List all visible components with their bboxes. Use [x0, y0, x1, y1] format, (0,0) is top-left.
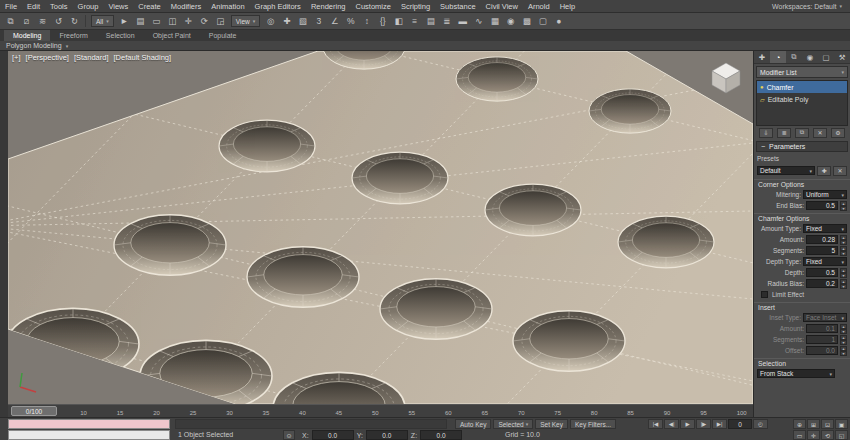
align-icon[interactable]: ≡: [407, 14, 422, 28]
pin-stack-button[interactable]: ⇩: [759, 128, 773, 138]
tab-object-paint[interactable]: Object Paint: [144, 30, 200, 41]
end-bias-input[interactable]: 0.5: [806, 201, 838, 210]
y-coordinate-input[interactable]: 0.0: [366, 430, 408, 440]
next-frame-button[interactable]: |▶: [696, 419, 711, 429]
depth-input[interactable]: 0.5: [806, 268, 838, 277]
spinner-snap-icon[interactable]: ↕: [359, 14, 374, 28]
segments-spinner[interactable]: ▲▼: [840, 246, 847, 256]
timeline-tick-label[interactable]: 30: [226, 410, 233, 416]
window-crossing-icon[interactable]: ◫: [165, 14, 180, 28]
menu-rendering[interactable]: Rendering: [306, 0, 351, 13]
menu-group[interactable]: Group: [73, 0, 104, 13]
modifier-list-dropdown[interactable]: Modifier List ▾: [756, 66, 848, 78]
pan-icon[interactable]: ✛: [807, 430, 820, 440]
orbit-icon[interactable]: ⟲: [821, 430, 834, 440]
macro-recorder-field[interactable]: [8, 419, 170, 429]
depth-type-dropdown[interactable]: Fixed▾: [803, 257, 847, 266]
set-key-button[interactable]: Set Key: [535, 419, 568, 429]
depth-spinner[interactable]: ▲▼: [840, 268, 847, 278]
viewport-shading-menu[interactable]: [Default Shading]: [114, 53, 172, 62]
modifier-enable-icon[interactable]: ●: [760, 84, 764, 90]
selection-lock-toggle[interactable]: ⊙: [283, 430, 295, 440]
selection-filter-dropdown[interactable]: All▾: [91, 15, 114, 27]
configure-modifier-sets-button[interactable]: ⚙: [831, 128, 845, 138]
time-configuration-button[interactable]: ◴: [753, 419, 768, 429]
spinner-down-icon[interactable]: ▼: [840, 251, 847, 256]
end-bias-spinner[interactable]: ▲▼: [840, 201, 847, 211]
amount-spinner[interactable]: ▲▼: [840, 235, 847, 245]
timeline-tick-label[interactable]: 20: [153, 410, 160, 416]
tab-motion[interactable]: ◉: [802, 51, 818, 63]
use-pivot-center-icon[interactable]: ◎: [263, 14, 278, 28]
tab-selection[interactable]: Selection: [97, 30, 144, 41]
timeline-tick-label[interactable]: 75: [554, 410, 561, 416]
amount-input[interactable]: 0.28: [806, 235, 838, 244]
go-to-start-button[interactable]: |◀: [648, 419, 663, 429]
tab-populate[interactable]: Populate: [200, 30, 246, 41]
modifier-stack-row[interactable]: ▱ Editable Poly: [757, 93, 847, 105]
timeline-tick-label[interactable]: 100: [737, 410, 747, 416]
menu-create[interactable]: Create: [133, 0, 166, 13]
render-production-icon[interactable]: ●: [551, 14, 566, 28]
menu-help[interactable]: Help: [555, 0, 580, 13]
tab-freeform[interactable]: Freeform: [50, 30, 96, 41]
viewport-pov-menu[interactable]: [Perspective]: [26, 53, 69, 62]
timeline-tick-label[interactable]: 50: [372, 410, 379, 416]
spinner-down-icon[interactable]: ▼: [840, 240, 847, 245]
modifier-stack-row[interactable]: ● Chamfer: [757, 81, 847, 93]
timeline-tick-label[interactable]: 85: [627, 410, 634, 416]
zoom-icon[interactable]: ⊕: [793, 419, 806, 429]
timeline-tick-label[interactable]: 15: [117, 410, 124, 416]
menu-graph-editors[interactable]: Graph Editors: [250, 0, 306, 13]
remove-modifier-button[interactable]: ✕: [813, 128, 827, 138]
redo-icon[interactable]: ↻: [67, 14, 82, 28]
render-setup-icon[interactable]: ▩: [519, 14, 534, 28]
x-coordinate-input[interactable]: 0.0: [312, 430, 354, 440]
selection-source-dropdown[interactable]: From Stack▾: [757, 369, 835, 378]
menu-scripting[interactable]: Scripting: [396, 0, 435, 13]
angle-snap-icon[interactable]: ∠: [327, 14, 342, 28]
menu-modifiers[interactable]: Modifiers: [166, 0, 206, 13]
mitering-dropdown[interactable]: Uniform▾: [803, 190, 847, 199]
viewport-renderer-menu[interactable]: [Standard]: [74, 53, 109, 62]
mirror-icon[interactable]: ◧: [391, 14, 406, 28]
segments-input[interactable]: 5: [806, 246, 838, 255]
tab-create[interactable]: ✚: [754, 51, 770, 63]
parameters-rollout-header[interactable]: − Parameters: [756, 141, 848, 152]
previous-frame-button[interactable]: ◀|: [664, 419, 679, 429]
select-and-rotate-icon[interactable]: ⟳: [197, 14, 212, 28]
scene-explorer-icon[interactable]: ▤: [423, 14, 438, 28]
show-end-result-button[interactable]: ≣: [777, 128, 791, 138]
timeline-tick-label[interactable]: 70: [518, 410, 525, 416]
key-filters-button[interactable]: Key Filters...: [570, 419, 616, 429]
menu-arnold[interactable]: Arnold: [523, 0, 555, 13]
menu-tools[interactable]: Tools: [45, 0, 73, 13]
amount-type-dropdown[interactable]: Fixed▾: [803, 224, 847, 233]
selection-region-icon[interactable]: ▭: [149, 14, 164, 28]
reference-coordinate-dropdown[interactable]: View▾: [231, 15, 261, 27]
menu-views[interactable]: Views: [103, 0, 133, 13]
timeline-tick-label[interactable]: 60: [445, 410, 452, 416]
selected-dropdown[interactable]: Selected▾: [493, 419, 533, 429]
viewport[interactable]: [+] [Perspective] [Standard] [Default Sh…: [8, 51, 753, 404]
time-slider-handle[interactable]: 0/100: [11, 406, 57, 416]
radius-bias-input[interactable]: 0.2: [806, 279, 838, 288]
snaps-toggle-icon[interactable]: 3: [311, 14, 326, 28]
unlink-selection-icon[interactable]: ⧄: [19, 14, 34, 28]
play-button[interactable]: ▶: [680, 419, 695, 429]
curve-editor-icon[interactable]: ∿: [471, 14, 486, 28]
percent-snap-icon[interactable]: %: [343, 14, 358, 28]
layer-explorer-icon[interactable]: ≣: [439, 14, 454, 28]
menu-substance[interactable]: Substance: [435, 0, 480, 13]
zoom-extents-icon[interactable]: ⊡: [821, 419, 834, 429]
select-object-icon[interactable]: ►: [117, 14, 132, 28]
viewport-general-menu[interactable]: [+]: [12, 53, 21, 62]
current-frame-input[interactable]: 0: [728, 419, 752, 429]
edit-named-selection-sets-icon[interactable]: {}: [375, 14, 390, 28]
timeline-tick-label[interactable]: 80: [591, 410, 598, 416]
timeline-tick-label[interactable]: 25: [190, 410, 197, 416]
select-by-name-icon[interactable]: ▤: [133, 14, 148, 28]
tab-modify[interactable]: ◔: [770, 51, 786, 63]
timeline-tick-label[interactable]: 65: [481, 410, 488, 416]
timeline-tick-label[interactable]: 35: [263, 410, 270, 416]
